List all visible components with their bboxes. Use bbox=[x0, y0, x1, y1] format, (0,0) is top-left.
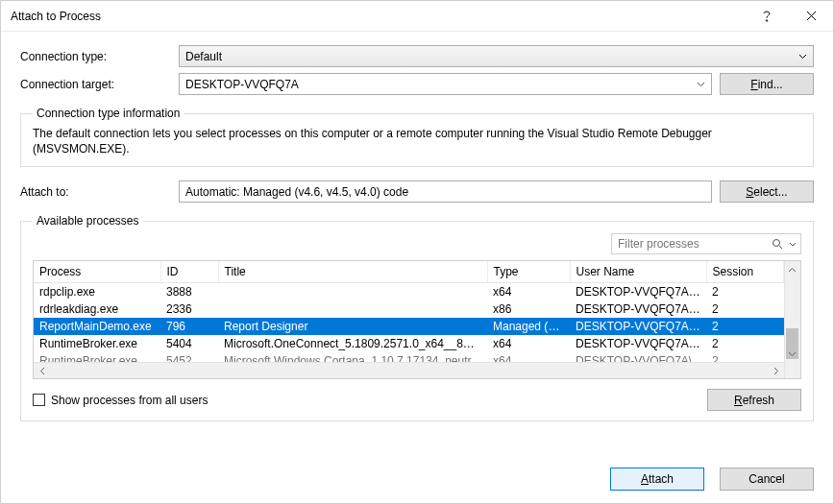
cell-user: DESKTOP-VVQFQ7A\... bbox=[570, 300, 706, 318]
cancel-button[interactable]: Cancel bbox=[720, 468, 814, 491]
find-button[interactable]: Find... bbox=[720, 73, 814, 95]
table-row[interactable]: rdpclip.exe3888x64DESKTOP-VVQFQ7A\...2 bbox=[34, 282, 784, 300]
cell-type: Managed (v4.... bbox=[487, 318, 570, 335]
cell-user: DESKTOP-VVQFQ7A\... bbox=[570, 318, 706, 335]
col-process[interactable]: Process bbox=[34, 261, 160, 282]
cell-title bbox=[218, 282, 487, 300]
window-title: Attach to Process bbox=[11, 10, 745, 23]
client-area: Connection type: Default Connection targ… bbox=[1, 32, 833, 455]
process-table[interactable]: Process ID Title Type User Name Session … bbox=[34, 261, 784, 370]
search-icon bbox=[772, 238, 783, 250]
col-id[interactable]: ID bbox=[160, 261, 218, 282]
cell-type: x64 bbox=[487, 282, 570, 300]
titlebar: Attach to Process bbox=[1, 1, 833, 32]
cell-process: RuntimeBroker.exe bbox=[34, 335, 160, 352]
cancel-button-label: Cancel bbox=[748, 472, 784, 486]
connection-info-legend: Connection type information bbox=[33, 107, 184, 120]
cell-session: 2 bbox=[706, 300, 784, 318]
cell-user: DESKTOP-VVQFQ7A\... bbox=[570, 282, 706, 300]
connection-type-dropdown[interactable]: Default bbox=[179, 45, 814, 67]
attach-button[interactable]: Attach bbox=[610, 468, 704, 491]
connection-info-text: The default connection lets you select p… bbox=[33, 126, 801, 156]
cell-process: ReportMainDemo.exe bbox=[34, 318, 160, 335]
find-button-label: Find... bbox=[750, 78, 782, 91]
help-button[interactable] bbox=[745, 1, 789, 32]
show-all-users-label: Show processes from all users bbox=[51, 394, 208, 407]
table-header-row: Process ID Title Type User Name Session bbox=[34, 261, 784, 282]
process-table-container: Process ID Title Type User Name Session … bbox=[33, 260, 801, 379]
available-processes-legend: Available processes bbox=[33, 214, 143, 228]
cell-user: DESKTOP-VVQFQ7A\... bbox=[570, 335, 706, 352]
cell-session: 2 bbox=[706, 282, 784, 300]
col-session[interactable]: Session bbox=[706, 261, 784, 282]
scroll-up-icon[interactable] bbox=[784, 261, 800, 277]
chevron-down-icon bbox=[798, 54, 807, 60]
col-type[interactable]: Type bbox=[487, 261, 570, 282]
attach-to-label: Attach to: bbox=[20, 185, 179, 199]
dialog-attach-to-process: Attach to Process Connection type: Defau… bbox=[0, 0, 834, 504]
scroll-left-icon[interactable] bbox=[34, 363, 50, 379]
svg-point-0 bbox=[766, 19, 768, 21]
cell-type: x64 bbox=[487, 335, 570, 352]
cell-id: 5404 bbox=[160, 335, 218, 352]
attach-to-field: Automatic: Managed (v4.6, v4.5, v4.0) co… bbox=[179, 180, 712, 203]
connection-target-label: Connection target: bbox=[20, 78, 179, 91]
cell-type: x86 bbox=[487, 300, 570, 318]
refresh-button-label: Refresh bbox=[734, 394, 774, 407]
cell-session: 2 bbox=[706, 335, 784, 352]
svg-point-1 bbox=[773, 240, 780, 247]
connection-target-combo[interactable]: DESKTOP-VVQFQ7A bbox=[179, 73, 712, 95]
attach-button-label: Attach bbox=[641, 472, 674, 486]
table-row[interactable]: ReportMainDemo.exe796Report DesignerMana… bbox=[34, 318, 784, 335]
connection-type-value: Default bbox=[185, 50, 222, 63]
available-processes-group: Available processes Filter processes bbox=[20, 214, 814, 421]
vertical-scrollbar[interactable] bbox=[784, 261, 800, 378]
col-title[interactable]: Title bbox=[218, 261, 487, 282]
col-username[interactable]: User Name bbox=[570, 261, 706, 282]
cell-title bbox=[218, 300, 487, 318]
refresh-button[interactable]: Refresh bbox=[707, 389, 801, 411]
cell-id: 2336 bbox=[160, 300, 218, 318]
attach-to-value: Automatic: Managed (v4.6, v4.5, v4.0) co… bbox=[185, 185, 408, 199]
table-row[interactable]: rdrleakdiag.exe2336x86DESKTOP-VVQFQ7A\..… bbox=[34, 300, 784, 318]
cell-session: 2 bbox=[706, 318, 784, 335]
connection-type-label: Connection type: bbox=[20, 50, 179, 63]
chevron-down-icon bbox=[697, 82, 705, 87]
select-button-label: Select... bbox=[746, 185, 787, 199]
horizontal-scrollbar[interactable] bbox=[34, 362, 784, 378]
cell-process: rdpclip.exe bbox=[34, 282, 160, 300]
connection-info-group: Connection type information The default … bbox=[20, 107, 814, 167]
dialog-footer: Attach Cancel bbox=[1, 455, 833, 503]
cell-process: rdrleakdiag.exe bbox=[34, 300, 160, 318]
connection-target-value: DESKTOP-VVQFQ7A bbox=[185, 78, 299, 91]
cell-id: 796 bbox=[160, 318, 218, 335]
cell-id: 3888 bbox=[160, 282, 218, 300]
cell-title: Report Designer bbox=[218, 318, 487, 335]
select-button[interactable]: Select... bbox=[720, 180, 814, 203]
filter-input[interactable]: Filter processes bbox=[611, 233, 801, 254]
close-button[interactable] bbox=[789, 1, 833, 32]
filter-placeholder: Filter processes bbox=[618, 237, 699, 251]
cell-title: Microsoft.OneConnect_5.1809.2571.0_x64__… bbox=[218, 335, 487, 352]
scroll-down-icon[interactable] bbox=[784, 346, 800, 362]
table-row[interactable]: RuntimeBroker.exe5404Microsoft.OneConnec… bbox=[34, 335, 784, 352]
show-all-users-checkbox[interactable] bbox=[33, 394, 45, 406]
scroll-right-icon[interactable] bbox=[768, 363, 784, 379]
dropdown-arrow-icon[interactable] bbox=[789, 242, 797, 247]
